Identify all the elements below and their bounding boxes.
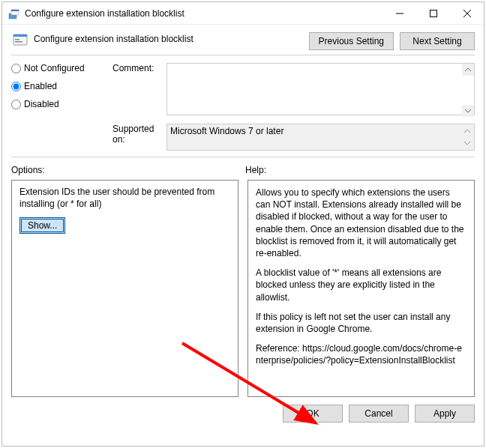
svg-rect-8	[14, 34, 27, 37]
separator	[11, 55, 475, 55]
titlebar: Configure extension installation blockli…	[2, 2, 484, 25]
app-icon	[8, 7, 20, 19]
show-button[interactable]: Show...	[20, 217, 65, 234]
supported-value: Microsoft Windows 7 or later	[170, 126, 284, 136]
policy-icon	[11, 31, 29, 49]
svg-line-5	[464, 10, 471, 17]
footer: OK Cancel Apply	[2, 397, 484, 423]
config-radios: Not Configured Enabled Disabled	[11, 63, 112, 109]
svg-line-6	[464, 10, 471, 17]
comment-label: Comment:	[112, 63, 166, 73]
apply-button[interactable]: Apply	[415, 405, 475, 423]
previous-setting-button[interactable]: Previous Setting	[309, 32, 394, 50]
svg-rect-10	[15, 41, 22, 43]
dialog-window: Configure extension installation blockli…	[2, 1, 484, 447]
separator-2	[11, 157, 475, 157]
config-row: Not Configured Enabled Disabled Comment:	[11, 63, 475, 118]
comment-scroll-down[interactable]	[462, 105, 474, 117]
radio-enabled[interactable]: Enabled	[11, 81, 112, 91]
options-label: Options:	[11, 165, 245, 175]
maximize-button[interactable]	[416, 2, 450, 25]
comment-scroll-up[interactable]	[462, 64, 474, 76]
next-setting-button[interactable]: Next Setting	[400, 32, 475, 50]
radio-enabled-input[interactable]	[11, 82, 21, 91]
close-button[interactable]	[450, 2, 484, 25]
window-title: Configure extension installation blockli…	[25, 8, 382, 19]
content-area: Configure extension installation blockli…	[2, 25, 484, 157]
header-title: Configure extension installation blockli…	[34, 31, 309, 44]
cancel-button[interactable]: Cancel	[349, 405, 409, 423]
lower-area: Options: Help: Extension IDs the user sh…	[2, 165, 484, 397]
radio-not-configured-input[interactable]	[11, 64, 21, 73]
help-panel: Allows you to specify which extensions t…	[248, 180, 475, 397]
minimize-button[interactable]	[382, 2, 416, 25]
help-label: Help:	[245, 165, 266, 175]
radio-not-configured[interactable]: Not Configured	[11, 63, 112, 73]
header-row: Configure extension installation blockli…	[11, 31, 475, 50]
help-p1: Allows you to specify which extensions t…	[256, 187, 466, 259]
help-p4: Reference: https://cloud.google.com/docs…	[256, 342, 466, 366]
help-p3: If this policy is left not set the user …	[256, 311, 466, 335]
radio-disabled[interactable]: Disabled	[11, 99, 112, 109]
help-p2: A blocklist value of '*' means all exten…	[256, 267, 466, 303]
supported-scroll-up[interactable]	[461, 125, 473, 137]
comment-field-wrap	[166, 63, 475, 118]
svg-rect-9	[15, 39, 20, 40]
radio-enabled-label: Enabled	[24, 81, 57, 91]
radio-disabled-input[interactable]	[11, 100, 21, 109]
ok-button[interactable]: OK	[283, 405, 343, 423]
supported-row: Supported on: Microsoft Windows 7 or lat…	[11, 124, 475, 151]
supported-scroll-down[interactable]	[461, 137, 473, 149]
svg-rect-2	[11, 10, 19, 11]
radio-not-configured-label: Not Configured	[24, 63, 85, 73]
panels: Extension IDs the user should be prevent…	[11, 180, 475, 397]
supported-label: Supported on:	[112, 124, 166, 145]
svg-rect-4	[430, 10, 436, 16]
window-controls	[382, 2, 484, 25]
options-panel: Extension IDs the user should be prevent…	[11, 180, 238, 397]
panel-labels: Options: Help:	[11, 165, 475, 175]
nav-buttons: Previous Setting Next Setting	[309, 31, 475, 50]
supported-value-box: Microsoft Windows 7 or later	[166, 124, 475, 151]
comment-textarea[interactable]	[166, 63, 475, 115]
options-description: Extension IDs the user should be prevent…	[20, 187, 230, 210]
radio-disabled-label: Disabled	[24, 99, 59, 109]
